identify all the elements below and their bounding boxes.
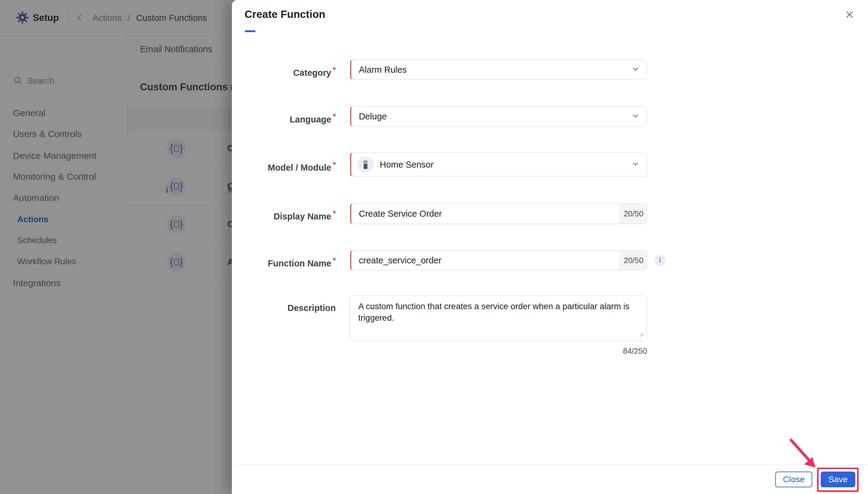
display-name-input[interactable]: Create Service Order 20/50: [350, 203, 647, 224]
home-sensor-device-icon: [357, 156, 374, 173]
create-function-modal: Create Function Category* Alarm Rules La…: [232, 0, 868, 494]
chevron-down-icon: [631, 111, 640, 121]
required-asterisk: *: [333, 209, 336, 218]
language-row: Language* Deluge: [232, 107, 868, 126]
description-label: Description: [232, 296, 336, 356]
close-button[interactable]: Close: [775, 472, 812, 487]
resize-handle-icon[interactable]: [639, 332, 644, 338]
model-module-select[interactable]: Home Sensor: [350, 152, 647, 177]
function-name-input[interactable]: create_service_order 20/50: [350, 250, 647, 270]
display-name-char-counter: 20/50: [620, 204, 647, 224]
display-name-value: Create Service Order: [359, 209, 442, 219]
function-name-char-counter: 20/50: [620, 251, 647, 270]
language-select[interactable]: Deluge: [350, 107, 647, 126]
required-asterisk: *: [333, 160, 336, 169]
model-module-value: Home Sensor: [380, 160, 433, 170]
required-asterisk: *: [333, 112, 336, 121]
chevron-down-icon: [631, 159, 640, 170]
language-value: Deluge: [359, 112, 387, 121]
display-name-label: Display Name*: [232, 203, 336, 224]
description-row: Description A custom function that creat…: [232, 296, 868, 356]
modal-title: Create Function: [245, 8, 325, 20]
save-button[interactable]: Save: [821, 472, 855, 487]
info-icon[interactable]: i: [654, 255, 666, 266]
required-asterisk: *: [333, 256, 336, 265]
function-name-label: Function Name*: [232, 250, 336, 270]
language-label: Language*: [232, 107, 336, 126]
category-select[interactable]: Alarm Rules: [350, 60, 647, 80]
title-underline: [245, 30, 255, 32]
display-name-row: Display Name* Create Service Order 20/50: [232, 203, 868, 224]
function-name-value: create_service_order: [359, 255, 441, 265]
description-value: A custom function that creates a service…: [358, 301, 641, 324]
model-module-label: Model / Module*: [232, 152, 336, 177]
close-icon[interactable]: [843, 8, 856, 21]
modal-footer: Close Save: [232, 464, 868, 494]
screen: Setup Actions / Custom Functions Search …: [0, 0, 868, 494]
model-module-row: Model / Module* Home Sensor: [232, 152, 868, 177]
chevron-down-icon: [631, 64, 640, 75]
required-asterisk: *: [333, 65, 336, 74]
category-value: Alarm Rules: [359, 65, 407, 75]
description-char-counter: 84/250: [350, 346, 647, 356]
category-label: Category*: [232, 60, 336, 80]
category-row: Category* Alarm Rules: [232, 60, 868, 80]
description-textarea[interactable]: A custom function that creates a service…: [350, 296, 647, 341]
function-name-row: Function Name* create_service_order 20/5…: [232, 250, 868, 270]
